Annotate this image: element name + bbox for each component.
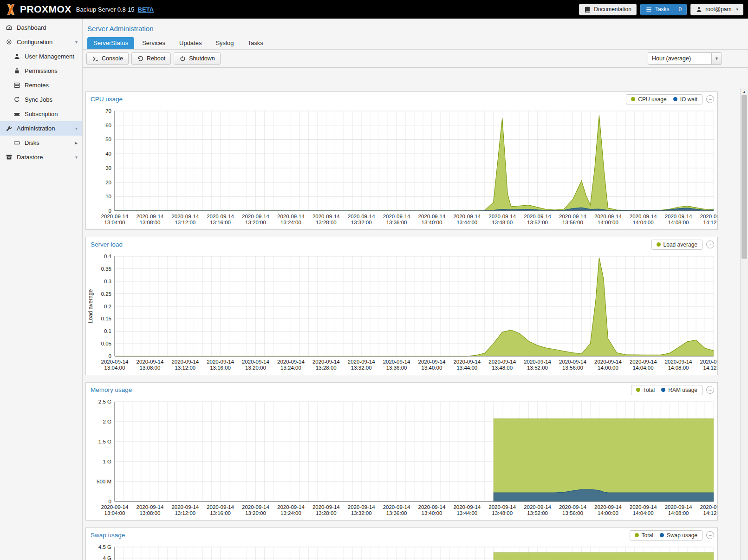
svg-text:2020-09-14: 2020-09-14 [559, 504, 586, 510]
svg-text:13:52:00: 13:52:00 [527, 220, 548, 225]
tab-syslog[interactable]: Syslog [209, 37, 240, 49]
sidebar-item-subscription[interactable]: Subscription [0, 107, 82, 121]
sidebar-item-user-management[interactable]: User Management [0, 49, 82, 64]
tasks-button[interactable]: Tasks 0 [640, 4, 687, 15]
svg-text:2020-09-14: 2020-09-14 [242, 504, 269, 510]
svg-text:13:40:00: 13:40:00 [422, 365, 442, 371]
svg-text:13:48:00: 13:48:00 [492, 220, 513, 225]
brand: PROXMOX [5, 3, 72, 16]
legend-label: Swap usage [667, 532, 697, 539]
legend-dot [673, 97, 677, 101]
chart-panel-cpu-usage: CPU usageCPU usageIO wait−01020304050607… [85, 91, 718, 230]
svg-text:Load average: Load average [87, 289, 94, 323]
server-icon [13, 82, 21, 89]
cogs-icon [6, 39, 13, 46]
tab-updates[interactable]: Updates [173, 37, 208, 49]
tab-tasks[interactable]: Tasks [241, 37, 269, 49]
collapse-chart-button[interactable]: − [706, 241, 714, 248]
svg-text:0.35: 0.35 [101, 266, 111, 272]
console-button[interactable]: Console [86, 52, 129, 65]
product-version: Backup Server 0.8-15 [76, 6, 135, 13]
svg-text:1.5 G: 1.5 G [98, 439, 111, 444]
svg-text:4.5 G: 4.5 G [98, 544, 111, 550]
sidebar-item-label: Administration [17, 125, 75, 132]
svg-text:2020-09-14: 2020-09-14 [277, 214, 305, 219]
svg-text:2020-09-14: 2020-09-14 [418, 359, 445, 365]
svg-text:14:08:00: 14:08:00 [668, 510, 689, 516]
legend-item-total: Total [636, 387, 655, 393]
legend-dot [657, 242, 661, 247]
svg-text:2020-09-14: 2020-09-14 [101, 359, 129, 365]
svg-text:13:20:00: 13:20:00 [245, 365, 266, 371]
sidebar-item-sync-jobs[interactable]: Sync Jobs [0, 92, 82, 107]
svg-text:13:56:00: 13:56:00 [562, 220, 583, 225]
svg-text:50: 50 [105, 137, 111, 142]
hdd-icon [13, 139, 21, 146]
sidebar-item-datastore[interactable]: Datastore▾ [0, 150, 82, 164]
sidebar-item-administration[interactable]: Administration▾ [0, 121, 82, 136]
tab-serverstatus[interactable]: ServerStatus [87, 37, 134, 49]
shutdown-button[interactable]: Shutdown [174, 52, 221, 65]
sidebar: DashboardConfiguration▾User ManagementPe… [0, 19, 83, 560]
collapse-chart-button[interactable]: − [706, 531, 714, 539]
svg-text:2020-09-14: 2020-09-14 [594, 214, 622, 219]
chart-body: 0500 M1 G1.5 G2 G2.5 G2020-09-1413:04:00… [86, 397, 717, 520]
svg-text:2020-09-14: 2020-09-14 [348, 359, 375, 365]
sidebar-item-permissions[interactable]: Permissions [0, 64, 82, 78]
svg-text:14:12:00: 14:12:00 [703, 510, 717, 516]
svg-text:2020-09-14: 2020-09-14 [383, 504, 410, 510]
sidebar-nav: DashboardConfiguration▾User ManagementPe… [0, 20, 82, 164]
chevron-down-icon[interactable]: ▾ [75, 39, 78, 45]
sidebar-item-disks[interactable]: Disks▸ [0, 136, 82, 150]
collapse-chart-button[interactable]: − [706, 95, 714, 103]
power-icon [179, 55, 186, 62]
legend-dot [661, 388, 665, 392]
svg-text:2020-09-14: 2020-09-14 [101, 214, 129, 219]
terminal-icon [92, 55, 99, 62]
chart-legend: TotalRAM usage [631, 385, 702, 395]
svg-text:13:52:00: 13:52:00 [527, 365, 548, 371]
page-title: Server Administration [83, 19, 748, 37]
chevron-down-icon[interactable]: ▾ [75, 126, 78, 131]
chevron-right-icon[interactable]: ▸ [75, 140, 78, 145]
chart-canvas-cpu-usage: 0102030405060702020-09-1413:04:002020-09… [86, 106, 717, 229]
svg-text:2020-09-14: 2020-09-14 [594, 504, 622, 510]
scrollbar-up-button[interactable]: ▲ [741, 88, 748, 95]
scrollbar-thumb[interactable] [741, 95, 747, 259]
svg-text:2020-09-14: 2020-09-14 [101, 504, 129, 510]
beta-link[interactable]: BETA [138, 6, 154, 13]
chart-panel-header: Server loadLoad average− [86, 237, 717, 252]
svg-text:2020-09-14: 2020-09-14 [559, 214, 586, 219]
user-menu-button[interactable]: root@pam ▾ [690, 4, 743, 15]
svg-text:13:16:00: 13:16:00 [210, 510, 231, 516]
sidebar-item-configuration[interactable]: Configuration▾ [0, 35, 82, 49]
chart-body: 0102030405060702020-09-1413:04:002020-09… [86, 106, 717, 229]
svg-text:2020-09-14: 2020-09-14 [524, 359, 551, 365]
chevron-down-icon[interactable]: ▾ [75, 155, 78, 160]
svg-text:13:52:00: 13:52:00 [527, 510, 548, 516]
svg-text:14:04:00: 14:04:00 [633, 510, 654, 516]
svg-text:2020-09-14: 2020-09-14 [488, 214, 516, 219]
svg-text:14:04:00: 14:04:00 [633, 365, 654, 371]
timeframe-select[interactable]: Hour (average) ▼ [648, 52, 722, 65]
tab-services[interactable]: Services [136, 37, 171, 49]
ticket-icon [13, 111, 21, 117]
reboot-button[interactable]: Reboot [131, 52, 171, 65]
wrench-icon [6, 125, 13, 132]
svg-text:0: 0 [109, 353, 111, 359]
collapse-chart-button[interactable]: − [706, 386, 714, 394]
svg-text:2020-09-14: 2020-09-14 [524, 504, 551, 510]
shutdown-label: Shutdown [189, 55, 215, 62]
toolbar: Console Reboot Shutdown Hour (average) ▼ [83, 50, 748, 68]
documentation-button[interactable]: Documentation [579, 4, 637, 15]
svg-text:13:44:00: 13:44:00 [456, 365, 477, 371]
user-icon [13, 53, 21, 60]
sidebar-item-label: Subscription [25, 111, 78, 117]
sidebar-item-dashboard[interactable]: Dashboard [0, 20, 82, 35]
svg-text:13:32:00: 13:32:00 [351, 510, 372, 516]
sidebar-item-remotes[interactable]: Remotes [0, 78, 82, 92]
scrollbar[interactable]: ▲ [740, 88, 748, 560]
svg-text:13:04:00: 13:04:00 [104, 510, 125, 516]
svg-text:2020-09-14: 2020-09-14 [277, 359, 305, 365]
svg-text:13:24:00: 13:24:00 [280, 510, 301, 516]
